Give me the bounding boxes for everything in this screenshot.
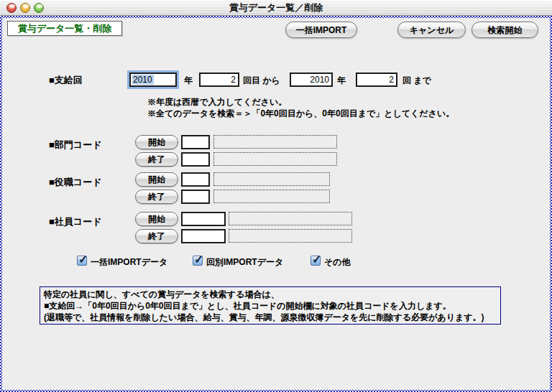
window-frame: 賞与データ一覧・削除 一括IMPORT キャンセル 検索開始 ■支給回 年 回目… [0, 16, 552, 392]
position-start-button[interactable]: 開始 [135, 172, 178, 187]
year-to-unit: 年 [337, 75, 346, 87]
checkbox-other[interactable]: ✓ [310, 256, 321, 266]
note-western-year: ※年度は西暦で入力してください。 [147, 96, 287, 108]
department-end-name-field [213, 152, 337, 166]
checkbox-bulk-import-data[interactable]: ✓ [77, 256, 87, 266]
search-start-button[interactable]: 検索開始 [472, 22, 538, 38]
checkbox-bulk-import-label: 一括IMPORTデータ [91, 256, 167, 269]
employee-end-button[interactable]: 終了 [135, 229, 178, 243]
department-code-label: ■部門コード [49, 139, 101, 151]
department-end-button[interactable]: 終了 [135, 152, 178, 167]
window-title: 賞与データ一覧／削除 [0, 0, 552, 16]
note-search-all: ※全てのデータを検索＝＞「0年0回目から、0年0回目まで」としてください。 [147, 108, 454, 120]
position-code-label: ■役職コード [49, 176, 101, 189]
employee-start-code-input[interactable] [181, 212, 226, 226]
round-from-input[interactable] [199, 73, 239, 87]
help-line-1: 特定の社員に関し、すべての賞与データを検索する場合は、 [44, 289, 497, 300]
employee-end-code-input[interactable] [181, 229, 226, 243]
department-start-code-input[interactable] [181, 135, 210, 149]
position-end-button[interactable]: 終了 [135, 190, 178, 204]
check-icon: ✓ [78, 253, 88, 266]
dialog-content: 賞与データ一覧・削除 一括IMPORT キャンセル 検索開始 ■支給回 年 回目… [2, 18, 550, 390]
position-start-name-field [213, 172, 330, 186]
checkbox-per-round-import-data[interactable]: ✓ [193, 256, 203, 266]
department-end-code-input[interactable] [181, 152, 210, 167]
year-to-input[interactable] [290, 73, 333, 87]
dialog-window: 賞与データ一覧／削除 賞与データ一覧・削除 一括IMPORT キャンセル 検索開… [0, 0, 552, 392]
employee-end-name-field [229, 229, 352, 243]
cancel-button[interactable]: キャンセル [397, 22, 466, 38]
checkbox-per-round-import-label: 回別IMPORTデータ [206, 256, 283, 269]
round-to-input[interactable] [356, 73, 397, 87]
round-from-unit: 回目 から [243, 75, 280, 87]
checkbox-other-label: その他 [324, 256, 351, 269]
employee-start-name-field [229, 212, 352, 225]
employee-start-button[interactable]: 開始 [135, 212, 178, 226]
employee-code-label: ■社員コード [49, 215, 101, 228]
help-line-3: (退職等で、社員情報を削除したい場合、給与、賞与、年調、源泉徴収簿データを先に削… [44, 312, 497, 323]
help-info-box: 特定の社員に関し、すべての賞与データを検索する場合は、 ■支給回→「0年0回目か… [40, 286, 501, 325]
title-bar[interactable]: 賞与データ一覧／削除 [0, 0, 552, 16]
help-line-2: ■支給回→「0年0回目から0年0回目まで」とし、社員コードの開始欄に対象の社員コ… [44, 300, 497, 312]
check-icon: ✓ [194, 253, 203, 266]
round-to-unit: 回 まで [402, 75, 431, 87]
department-start-name-field [213, 135, 337, 149]
page-title: 賞与データ一覧・削除 [7, 21, 122, 36]
position-start-code-input[interactable] [181, 172, 210, 187]
check-icon: ✓ [312, 253, 321, 266]
position-end-code-input[interactable] [181, 190, 210, 204]
year-from-input[interactable] [129, 73, 177, 87]
year-from-unit: 年 [184, 75, 193, 87]
department-start-button[interactable]: 開始 [135, 135, 178, 149]
position-end-name-field [213, 190, 330, 203]
bulk-import-button[interactable]: 一括IMPORT [285, 22, 357, 38]
payment-round-label: ■支給回 [49, 74, 83, 87]
